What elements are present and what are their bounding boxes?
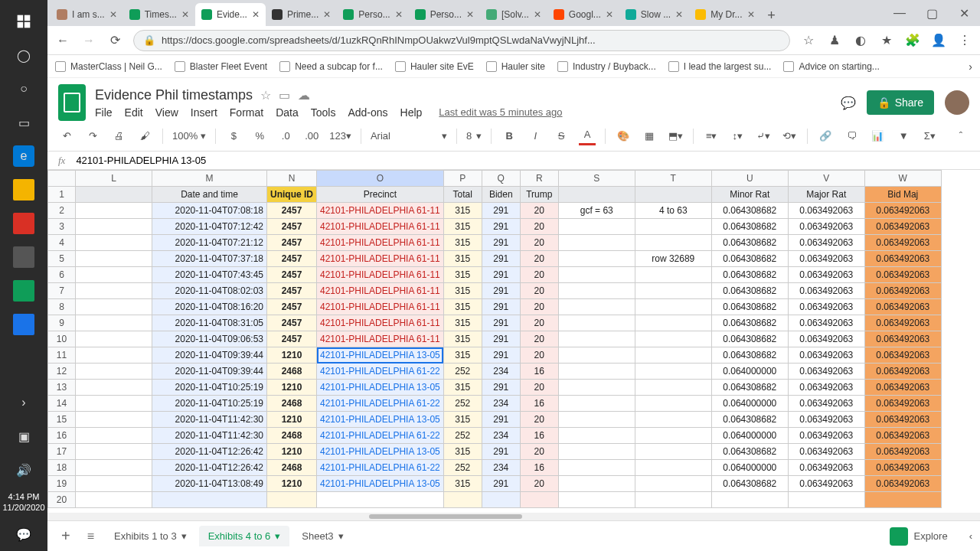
bookmark-item[interactable]: Hauler site	[486, 61, 545, 72]
table-row[interactable]: 82020-11-04T08:16:20245742101-PHILADELPH…	[48, 299, 942, 315]
close-tab-icon[interactable]: ✕	[395, 9, 403, 20]
bookmark-item[interactable]: Advice on starting...	[783, 61, 879, 72]
table-row[interactable]: 162020-11-04T11:42:30246842101-PHILADELP…	[48, 428, 942, 444]
table-row[interactable]: 42020-11-04T07:21:12245742101-PHILADELPH…	[48, 235, 942, 251]
notifications-icon[interactable]: 💬	[13, 523, 34, 545]
doc-title[interactable]: Evidence Phil timestamps	[95, 87, 253, 103]
ext3-icon[interactable]: ★	[879, 33, 894, 48]
app-icon[interactable]	[13, 213, 34, 234]
browser-tab[interactable]: Evide...✕	[195, 3, 266, 26]
cortana-icon[interactable]: ○	[13, 78, 34, 99]
last-edit[interactable]: Last edit was 5 minutes ago	[439, 106, 562, 118]
add-sheet-button[interactable]: +	[55, 527, 77, 545]
close-tab-icon[interactable]: ✕	[675, 9, 683, 20]
explore-button[interactable]: Explore	[914, 530, 948, 542]
move-icon[interactable]: ▭	[279, 88, 290, 103]
volume-icon[interactable]: 🔊	[13, 459, 34, 481]
maximize-button[interactable]: ▢	[916, 0, 948, 26]
comment-button[interactable]: 🗨	[843, 127, 860, 145]
filter-button[interactable]: ▼	[895, 127, 912, 145]
bookmark-item[interactable]: Industry / Buyback...	[557, 61, 656, 72]
valign-button[interactable]: ↕▾	[729, 127, 746, 145]
side-panel-toggle[interactable]: ‹	[969, 530, 972, 542]
new-tab-button[interactable]: +	[761, 5, 782, 26]
close-tab-icon[interactable]: ✕	[466, 9, 474, 20]
sheet-tab[interactable]: Sheet3 ▾	[292, 526, 352, 546]
taskview-icon[interactable]: ▭	[13, 112, 34, 133]
close-tab-icon[interactable]: ✕	[323, 9, 331, 20]
app2-icon[interactable]	[13, 246, 34, 268]
menu-item[interactable]: Format	[230, 106, 263, 119]
address-bar[interactable]: 🔒 https://docs.google.com/spreadsheets/d…	[133, 30, 790, 51]
menu-item[interactable]: File	[95, 106, 113, 119]
close-tab-icon[interactable]: ✕	[181, 9, 189, 20]
table-row[interactable]: 122020-11-04T09:39:44246842101-PHILADELP…	[48, 364, 942, 380]
ext1-icon[interactable]: ♟	[827, 33, 842, 48]
currency-button[interactable]: $	[225, 127, 242, 145]
paint-format-button[interactable]: 🖌	[136, 127, 153, 145]
zoom-select[interactable]: 100% ▾	[172, 130, 206, 142]
table-row[interactable]: 152020-11-04T11:42:30121042101-PHILADELP…	[48, 412, 942, 428]
bookmark-item[interactable]: MasterClass | Neil G...	[55, 61, 162, 72]
close-tab-icon[interactable]: ✕	[606, 9, 613, 20]
sheets-logo-icon[interactable]	[58, 84, 86, 121]
browser-tab[interactable]: Slow ...✕	[619, 3, 689, 26]
table-row[interactable]: 132020-11-04T10:25:19121042101-PHILADELP…	[48, 380, 942, 396]
bookmark-item[interactable]: Blaster Fleet Event	[175, 61, 267, 72]
clock[interactable]: 4:14 PM11/20/2020	[2, 491, 44, 513]
extensions-icon[interactable]: 🧩	[905, 33, 920, 48]
profile-icon[interactable]: 👤	[931, 33, 946, 48]
close-tab-icon[interactable]: ✕	[534, 9, 541, 20]
font-select[interactable]: Arial ▾	[371, 130, 447, 142]
expand-icon[interactable]: ›	[13, 392, 34, 413]
chevron-down-icon[interactable]: ▾	[181, 530, 187, 542]
star-icon[interactable]: ☆	[260, 88, 271, 103]
all-sheets-button[interactable]: ≡	[81, 530, 100, 543]
bookmark-item[interactable]: I lead the largest su...	[668, 61, 772, 72]
bookmark-item[interactable]: Hauler site EvE	[395, 61, 474, 72]
menu-item[interactable]: Data	[276, 106, 299, 119]
cloud-icon[interactable]: ☁	[298, 88, 310, 103]
redo-button[interactable]: ↷	[84, 127, 101, 145]
borders-button[interactable]: ▦	[641, 127, 658, 145]
explorer-icon[interactable]	[13, 179, 34, 201]
bold-button[interactable]: B	[501, 127, 518, 145]
close-window-button[interactable]: ✕	[948, 0, 980, 26]
browser-tab[interactable]: [Solv...✕	[480, 3, 547, 26]
rotate-button[interactable]: ⟲▾	[781, 127, 798, 145]
explore-icon[interactable]	[890, 527, 908, 546]
table-row[interactable]: 72020-11-04T08:02:03245742101-PHILADELPH…	[48, 283, 942, 299]
menu-item[interactable]: Edit	[125, 106, 143, 119]
dec-increase-button[interactable]: .00	[303, 127, 320, 145]
table-row[interactable]: 102020-11-04T09:06:53245742101-PHILADELP…	[48, 331, 942, 347]
browser-tab[interactable]: Prime...✕	[266, 3, 337, 26]
bookmark-item[interactable]: Need a subcap for f...	[279, 61, 383, 72]
app4-icon[interactable]	[13, 314, 34, 335]
link-button[interactable]: 🔗	[817, 127, 834, 145]
browser-tab[interactable]: My Dr...✕	[689, 3, 760, 26]
undo-button[interactable]: ↶	[58, 127, 75, 145]
menu-item[interactable]: Insert	[191, 106, 217, 119]
table-row[interactable]: 22020-11-04T07:08:18245742101-PHILADELPH…	[48, 203, 942, 219]
percent-button[interactable]: %	[251, 127, 268, 145]
account-avatar[interactable]	[945, 90, 969, 115]
formula-bar[interactable]: fx 42101-PHILADELPHIA 13-05	[47, 152, 980, 170]
chart-button[interactable]: 📊	[869, 127, 886, 145]
strike-button[interactable]: S	[553, 127, 570, 145]
close-tab-icon[interactable]: ✕	[109, 9, 117, 20]
menu-item[interactable]: Add-ons	[348, 106, 387, 119]
share-button[interactable]: 🔒 Share	[867, 90, 934, 115]
fill-color-button[interactable]: 🎨	[615, 127, 632, 145]
table-row[interactable]: 112020-11-04T09:39:44121042101-PHILADELP…	[48, 347, 942, 364]
wrap-button[interactable]: ⤶▾	[755, 127, 772, 145]
italic-button[interactable]: I	[527, 127, 544, 145]
merge-button[interactable]: ⬒▾	[667, 127, 684, 145]
table-row[interactable]: 142020-11-04T10:25:19246842101-PHILADELP…	[48, 396, 942, 412]
app3-icon[interactable]	[13, 280, 34, 302]
table-row[interactable]: 192020-11-04T13:08:49121042101-PHILADELP…	[48, 476, 942, 492]
table-row[interactable]: 92020-11-04T08:31:05245742101-PHILADELPH…	[48, 315, 942, 331]
print-button[interactable]: 🖨	[110, 127, 127, 145]
table-row[interactable]: 32020-11-04T07:12:42245742101-PHILADELPH…	[48, 219, 942, 235]
comments-icon[interactable]: 💬	[841, 96, 856, 110]
table-row[interactable]: 172020-11-04T12:26:42121042101-PHILADELP…	[48, 444, 942, 460]
